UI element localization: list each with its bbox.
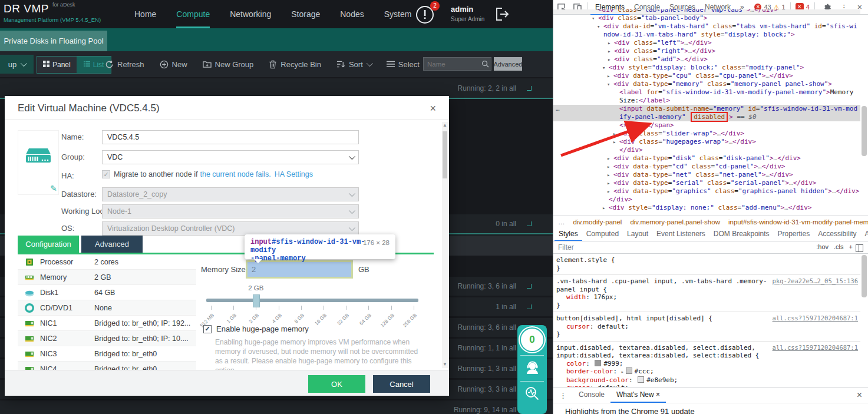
styles-tab-properties[interactable]: Properties xyxy=(774,227,814,241)
twisty-closed-icon[interactable]: ▸ xyxy=(608,47,610,55)
ha-checkbox[interactable]: ✓ xyxy=(102,170,110,178)
dom-tree-node[interactable]: ▸<div class="hugepages-wrap">…</div> xyxy=(553,138,860,146)
breadcrumb-overflow[interactable]: … xyxy=(558,218,565,226)
slider-track[interactable] xyxy=(206,299,418,302)
scrollbar-thumb[interactable] xyxy=(862,106,867,156)
filter-control[interactable]: .cls xyxy=(834,243,844,250)
dom-tree-node[interactable]: …<input data-submit-name="memory" id="sf… xyxy=(553,105,860,121)
hardware-row-nic2[interactable]: NIC2Bridged to: br_eth0; IP: 10.... xyxy=(18,331,196,346)
slider-thumb[interactable] xyxy=(253,294,260,307)
ok-button[interactable]: OK xyxy=(308,375,365,393)
stylesheet-source-link[interactable]: pkg-2ea22e5…2_05_15:136 xyxy=(773,277,858,286)
dom-tree-node[interactable]: ▸<div data-type="disk" class="disk-panel… xyxy=(553,154,860,163)
nav-item-networking[interactable]: Networking xyxy=(230,0,271,28)
css-property[interactable]: width: 176px; xyxy=(556,293,858,302)
search-input[interactable] xyxy=(424,61,481,68)
chevron-down-icon[interactable] xyxy=(527,284,532,289)
hardware-row-processor[interactable]: Processor2 cores xyxy=(18,254,196,270)
group-select[interactable]: VDC xyxy=(102,150,359,164)
dom-tree-node[interactable]: </div> xyxy=(553,146,860,154)
twisty-closed-icon[interactable]: ▸ xyxy=(607,154,610,163)
close-icon[interactable]: × xyxy=(426,101,440,116)
dom-tree-node[interactable]: ▸<div data-type="serial" class="serial-p… xyxy=(553,179,860,187)
dom-tree-node[interactable]: ▸<div class="left">…</div> xyxy=(553,39,860,47)
dom-tree-node[interactable]: ▸<div data-type="cpu" class="cpu-panel">… xyxy=(553,72,860,80)
node-menu-ellipsis[interactable]: … xyxy=(556,105,560,113)
name-input[interactable]: VDC5.4.5 xyxy=(102,130,359,144)
ha-node-fails-link[interactable]: the current node fails. xyxy=(200,170,270,178)
alert-button[interactable]: 2 xyxy=(414,3,437,27)
refresh-button[interactable]: Refresh xyxy=(105,60,144,69)
breadcrumb-item[interactable]: input#sfis-window-id-31-vm-modify-panel-… xyxy=(728,218,868,226)
user-menu[interactable]: admin Super Admin xyxy=(451,5,484,22)
dom-tree-node[interactable]: ▸<div data-type="cd" class="cd-panel">…<… xyxy=(553,163,860,171)
nav-item-home[interactable]: Home xyxy=(134,0,156,28)
dom-tree-node[interactable]: </div> xyxy=(553,196,860,204)
styles-tab-layout[interactable]: Layout xyxy=(623,227,652,241)
support-button[interactable] xyxy=(524,360,540,377)
stylesheet-source-link[interactable]: all.css?1597120204687:1 xyxy=(773,344,858,352)
styles-tab-event-listeners[interactable]: Event Listeners xyxy=(652,227,709,241)
stylesheet-source-link[interactable]: all.css?1597120204687:1 xyxy=(773,314,858,323)
drawer-tab-close-icon[interactable]: × xyxy=(656,390,660,399)
dom-tree-node[interactable]: <span>…</span> xyxy=(553,121,860,130)
alarm-count-widget[interactable]: 0 xyxy=(521,329,543,351)
group-dropdown-button[interactable]: up xyxy=(0,55,34,74)
twisty-open-icon[interactable]: ▾ xyxy=(597,22,600,31)
dom-tree-node[interactable]: ▸<div class="right">…</div> xyxy=(553,47,860,55)
edit-vm-icon-pencil[interactable]: ✎ xyxy=(50,184,57,193)
memory-size-input[interactable]: 2 xyxy=(247,262,351,277)
twisty-closed-icon[interactable]: ▸ xyxy=(602,204,605,212)
drawer-kebab-icon[interactable]: ⋮ xyxy=(553,391,573,400)
styles-tab-computed[interactable]: Computed xyxy=(582,227,623,241)
dom-tree-node[interactable]: ▸<div data-type="net" class="net-panel">… xyxy=(553,171,860,179)
health-check-button[interactable] xyxy=(524,386,540,403)
css-rule[interactable]: all.css?1597120204687:1button[disabled],… xyxy=(553,312,860,342)
styles-tab-adguard[interactable]: AdGuard xyxy=(861,227,868,241)
scroll-down-icon[interactable]: ▼ xyxy=(442,361,448,368)
advanced-search-button[interactable]: Advanced xyxy=(494,57,522,71)
cancel-button[interactable]: Cancel xyxy=(373,375,430,393)
nav-item-nodes[interactable]: Nodes xyxy=(340,0,364,28)
new-group-button[interactable]: New Group xyxy=(203,60,254,69)
tab-configuration[interactable]: Configuration xyxy=(18,236,79,253)
vm-group-row[interactable]: Running: 9, 14 in all xyxy=(0,400,553,414)
dom-tree-node[interactable]: <label for="sfis-window-id-31-vm-modify-… xyxy=(553,88,860,105)
color-swatch[interactable] xyxy=(638,376,644,383)
hardware-row-nic1[interactable]: NIC1Bridged to: br_eth0; IP: 192... xyxy=(18,316,196,331)
css-rule[interactable]: all.css?1597120204687:1input.disabled, t… xyxy=(553,342,860,387)
modal-scrollbar[interactable]: ▲ ▼ xyxy=(442,122,448,368)
grid-toggle-icon[interactable] xyxy=(856,244,863,254)
tab-private-disks-in-floating-pool[interactable]: Private Disks in Floating Pool xyxy=(0,31,107,51)
dom-tree-node[interactable]: ▾<div data-type="memory" class="memory-p… xyxy=(553,80,860,88)
expand-longhand-icon[interactable]: ▸ xyxy=(621,369,624,375)
nav-item-storage[interactable]: Storage xyxy=(291,0,320,28)
filter-control[interactable]: :hov xyxy=(816,243,829,250)
breadcrumb-item[interactable]: div.memory-panel.panel-show xyxy=(630,218,720,226)
css-rule[interactable]: element.style {} xyxy=(553,254,860,275)
view-panel-button[interactable]: Panel xyxy=(37,57,77,73)
logout-button[interactable] xyxy=(495,7,510,24)
chevron-down-icon[interactable] xyxy=(527,304,532,309)
hardware-row-disk1[interactable]: Disk164 GB xyxy=(18,285,196,300)
hardware-row-nic3[interactable]: NIC3Bridged to: br_eth0 xyxy=(18,346,196,362)
twisty-closed-icon[interactable]: ▸ xyxy=(607,163,610,171)
twisty-closed-icon[interactable]: ▸ xyxy=(607,72,610,80)
new-button[interactable]: New xyxy=(160,60,187,69)
css-property[interactable]: border-color: ▸#ccc; xyxy=(556,367,858,376)
tab-advanced[interactable]: Advanced xyxy=(81,236,143,253)
hardware-row-memory[interactable]: Memory2 GB xyxy=(18,270,196,285)
drawer-tab-whats-new[interactable]: What's New × xyxy=(610,387,666,403)
twisty-closed-icon[interactable]: ▸ xyxy=(607,171,610,179)
dom-tree-node[interactable]: ▾<div style="display: block;" class="mod… xyxy=(553,64,860,72)
css-property[interactable]: cursor: default; xyxy=(556,323,858,331)
twisty-closed-icon[interactable]: ▸ xyxy=(613,138,616,146)
app-logo[interactable]: DR VMPfor aDesk Management Platform (VMP… xyxy=(4,2,101,23)
color-swatch[interactable] xyxy=(595,360,601,366)
twisty-open-icon[interactable]: ▾ xyxy=(602,64,605,72)
twisty-closed-icon[interactable]: ▸ xyxy=(607,187,610,196)
scrollbar-thumb[interactable] xyxy=(862,255,867,297)
scroll-up-icon[interactable]: ▲ xyxy=(442,122,448,129)
drawer-close-icon[interactable]: × xyxy=(851,390,868,400)
css-property[interactable]: color: #999; xyxy=(556,360,858,368)
